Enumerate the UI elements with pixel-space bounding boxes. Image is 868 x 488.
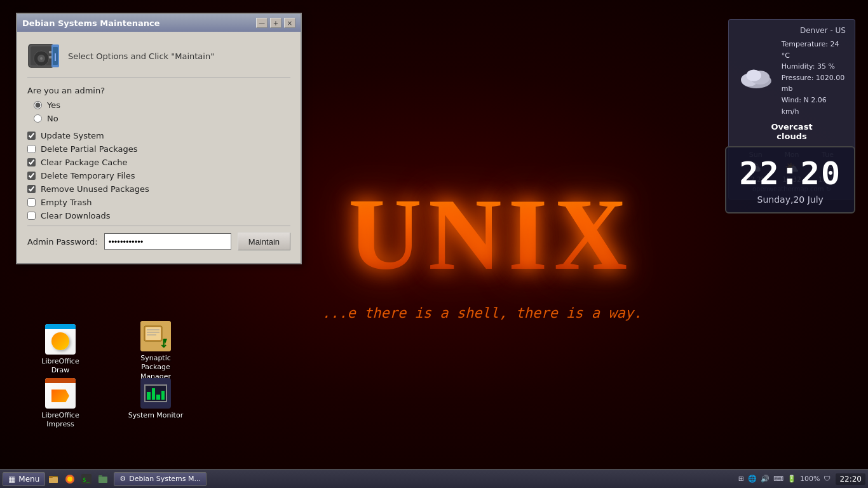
weather-main: Temperature: 24 °C Humidity: 35 % Pressu… <box>738 39 846 117</box>
taskbar-terminal-icon[interactable]: $_ <box>79 472 93 486</box>
dialog-subtitle: Select Options and Click "Maintain" <box>68 51 214 61</box>
radio-yes[interactable]: Yes <box>34 100 290 110</box>
desktop: UNIX ...e there is a shell, there is a w… <box>0 0 868 469</box>
sysmon-icon <box>140 378 171 409</box>
lo-impress-label: LibreOffice Impress <box>32 411 89 430</box>
svg-point-15 <box>40 57 43 60</box>
dialog-controls: — + × <box>256 18 295 28</box>
checkbox-trash[interactable]: Empty Trash <box>27 198 290 207</box>
password-row: Admin Password: Maintain <box>27 233 290 250</box>
taskbar-battery-icon: 🔋 <box>787 475 796 483</box>
shell-text: ...e there is a shell, there is a way. <box>322 305 642 321</box>
taskbar-battery-pct: 100% <box>800 475 820 483</box>
sysmon-inner <box>144 384 167 402</box>
taskbar-network-icon: 🌐 <box>748 475 757 483</box>
dialog-body: Select Options and Click "Maintain" Are … <box>17 32 301 263</box>
lo-impress-icon <box>45 378 76 409</box>
taskbar-keyboard-icon: ⌨ <box>773 475 783 483</box>
desktop-icon-sysmon[interactable]: System Monitor <box>127 378 184 420</box>
maintain-button[interactable]: Maintain <box>238 233 290 250</box>
taskbar-task-icon: ⚙ <box>119 475 126 483</box>
taskbar-filemanager-icon[interactable] <box>46 472 60 486</box>
hdd-icon <box>27 39 60 72</box>
dialog-title: Debian Systems Maintenance <box>22 18 160 28</box>
taskbar-systray: ⊞ 🌐 🔊 ⌨ 🔋 100% 🛡 <box>733 475 836 483</box>
divider <box>27 226 290 226</box>
checkbox-partial[interactable]: Delete Partial Packages <box>27 144 290 154</box>
checkbox-update[interactable]: Update System <box>27 131 290 140</box>
dialog-header: Select Options and Click "Maintain" <box>27 39 290 78</box>
svg-point-10 <box>746 69 761 81</box>
checkbox-unused[interactable]: Remove Unused Packages <box>27 184 290 194</box>
svg-marker-6 <box>163 339 167 344</box>
password-input[interactable] <box>104 233 231 250</box>
taskbar-task-label: Debian Systems M... <box>129 475 201 483</box>
taskbar-browser-icon[interactable] <box>63 472 77 486</box>
taskbar-clock: 22:20 <box>836 473 865 485</box>
weather-info: Temperature: 24 °C Humidity: 35 % Pressu… <box>782 39 846 117</box>
radio-group: Yes No <box>27 100 290 123</box>
lo-draw-icon <box>45 324 76 355</box>
svg-rect-29 <box>98 475 102 477</box>
weather-cloud-svg <box>738 62 775 94</box>
sysmon-label: System Monitor <box>128 411 183 420</box>
menu-label: Menu <box>18 475 39 484</box>
checkbox-downloads[interactable]: Clear Downloads <box>27 211 290 220</box>
radio-no[interactable]: No <box>34 114 290 123</box>
clock-date: Sunday,20 July <box>739 194 841 205</box>
taskbar-task-dialog[interactable]: ⚙ Debian Systems M... <box>114 472 207 486</box>
weather-location: Denver - US <box>738 26 846 35</box>
maximize-button[interactable]: + <box>270 18 281 28</box>
unix-text: UNIX <box>348 176 634 294</box>
desktop-icon-lo-draw[interactable]: LibreOffice Draw <box>32 324 89 376</box>
lo-draw-label: LibreOffice Draw <box>32 357 89 376</box>
taskbar-shield-icon: 🛡 <box>824 475 831 483</box>
taskbar-files-icon[interactable] <box>96 472 110 486</box>
weather-desc: Overcastclouds <box>738 122 846 141</box>
admin-question: Are you an admin? <box>27 86 290 95</box>
taskbar: ▦ Menu $_ ⚙ Debian Systems M... ⊞ � <box>0 469 868 488</box>
desktop-icon-synaptic[interactable]: Synaptic Package Manager <box>127 321 184 381</box>
svg-rect-2 <box>146 327 161 340</box>
svg-rect-22 <box>49 477 58 483</box>
dialog-debian-maintenance: Debian Systems Maintenance — + × <box>16 13 302 264</box>
svg-text:$_: $_ <box>83 477 90 483</box>
dialog-titlebar: Debian Systems Maintenance — + × <box>17 14 301 32</box>
checkbox-cache[interactable]: Clear Package Cache <box>27 158 290 167</box>
desktop-icon-lo-impress[interactable]: LibreOffice Impress <box>32 378 89 430</box>
svg-point-25 <box>67 477 72 482</box>
clock-time: 22:20 <box>739 155 841 192</box>
svg-rect-28 <box>98 477 107 483</box>
menu-icon: ▦ <box>8 475 15 484</box>
synaptic-icon <box>140 321 171 351</box>
taskbar-sound-icon: 🔊 <box>761 475 770 483</box>
clock-widget: 22:20 Sunday,20 July <box>725 146 855 214</box>
minimize-button[interactable]: — <box>256 18 268 28</box>
close-button[interactable]: × <box>284 18 295 28</box>
menu-button[interactable]: ▦ Menu <box>3 472 45 486</box>
svg-rect-23 <box>49 476 53 478</box>
password-label: Admin Password: <box>27 237 98 247</box>
synaptic-label: Synaptic Package Manager <box>127 354 184 381</box>
taskbar-screens-icon: ⊞ <box>738 475 744 483</box>
checkbox-temp[interactable]: Delete Temporary Files <box>27 171 290 180</box>
